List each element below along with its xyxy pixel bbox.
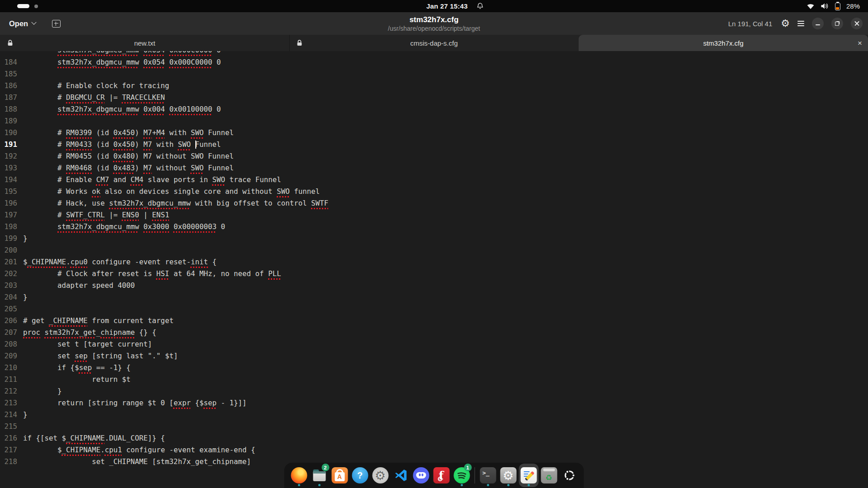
code-line[interactable]: 186 # Enable clock for tracing: [0, 80, 868, 92]
line-number: 185: [0, 68, 17, 80]
restore-button[interactable]: [831, 18, 843, 29]
new-tab-button[interactable]: [52, 20, 61, 28]
code-line[interactable]: 206# get _CHIPNAME from current target: [0, 315, 868, 327]
code-text: # get _CHIPNAME from current target: [17, 315, 174, 327]
lock-icon: [297, 40, 302, 47]
clock[interactable]: Jan 27 15:43: [426, 2, 468, 10]
code-line[interactable]: 194 # Enable CM7 and CM4 slave ports in …: [0, 174, 868, 186]
close-window-button[interactable]: [851, 18, 863, 29]
workspace-dot[interactable]: [34, 5, 38, 8]
settings-ring-icon[interactable]: ⚙: [370, 464, 390, 487]
chevron-down-icon: [32, 20, 37, 25]
code-line[interactable]: 214}: [0, 409, 868, 421]
tab-cmsis-dap-s-cfg[interactable]: cmsis-dap-s.cfg: [289, 35, 579, 51]
code-line[interactable]: 215: [0, 421, 868, 432]
code-line[interactable]: 195 # Works ok also on devices single co…: [0, 186, 868, 197]
vscode-icon[interactable]: [391, 464, 410, 487]
tab-label: new.txt: [134, 39, 156, 47]
code-text: # Clock after reset is HSI at 64 MHz, no…: [17, 268, 281, 280]
code-text: }: [17, 233, 28, 244]
code-line[interactable]: 192 # RM0455 (id 0x480) M7 without SWO F…: [0, 150, 868, 162]
workspace-active-pill[interactable]: [17, 4, 29, 8]
code-line[interactable]: 202 # Clock after reset is HSI at 64 MHz…: [0, 268, 868, 280]
code-line[interactable]: 210 if {$sep == -1} {: [0, 362, 868, 374]
open-button[interactable]: Open: [5, 17, 39, 31]
gear-icon[interactable]: ⚙: [781, 19, 790, 28]
code-line[interactable]: 212 }: [0, 385, 868, 397]
line-number: 208: [0, 338, 17, 350]
trash-icon[interactable]: ♻: [539, 464, 559, 487]
code-line[interactable]: 190 # RM0399 (id 0x450) M7+M4 with SWO F…: [0, 127, 868, 139]
firefox-icon[interactable]: [289, 464, 309, 487]
code-text: # Hack, use stm32h7x_dbgmcu_mmw with big…: [17, 197, 328, 209]
code-line[interactable]: 196 # Hack, use stm32h7x_dbgmcu_mmw with…: [0, 197, 868, 209]
code-line[interactable]: 183 stm32h7x_dbgmcu_mmw 0x054 0x000C0000…: [0, 51, 868, 56]
code-line[interactable]: 211 return $t: [0, 374, 868, 385]
notification-badge: 2: [321, 464, 329, 471]
code-line[interactable]: 216if {[set $_CHIPNAME.DUAL_CORE]} {: [0, 432, 868, 444]
system-top-bar: Jan 27 15:43 28%: [0, 0, 868, 12]
window-title-block: stm32h7x.cfg /usr/share/openocd/scripts/…: [388, 15, 480, 32]
code-line[interactable]: 199}: [0, 233, 868, 244]
line-number: 193: [0, 162, 17, 174]
tab-stm32h7x-cfg[interactable]: stm32h7x.cfg×: [579, 35, 868, 51]
code-line[interactable]: 213 return [string range $t 0 [expr {$se…: [0, 397, 868, 409]
code-line[interactable]: 185: [0, 68, 868, 80]
settings-gear-icon[interactable]: ⚙: [498, 464, 518, 487]
code-line[interactable]: 188 stm32h7x_dbgmcu_mmw 0x004 0x00100000…: [0, 103, 868, 115]
code-line[interactable]: 191 # RM0433 (id 0x450) M7 with SWO Funn…: [0, 139, 868, 150]
tab-close-button[interactable]: ×: [858, 39, 862, 47]
line-number: 211: [0, 374, 17, 385]
hamburger-menu-icon[interactable]: [797, 21, 804, 26]
code-line[interactable]: 200: [0, 244, 868, 256]
code-line[interactable]: 184 stm32h7x_dbgmcu_mmw 0x054 0x000C0000…: [0, 56, 868, 68]
code-line[interactable]: 189: [0, 115, 868, 127]
code-text: # RM0455 (id 0x480) M7 without SWO Funne…: [17, 150, 234, 162]
shop-icon[interactable]: A: [330, 464, 349, 487]
text-cursor: [195, 141, 196, 149]
help-icon[interactable]: ?: [350, 464, 370, 487]
tab-new-txt[interactable]: new.txt: [0, 35, 289, 51]
code-line[interactable]: 197 # SWTF_CTRL |= ENS0 | ENS1: [0, 209, 868, 221]
running-indicator-dot: [487, 484, 489, 486]
code-text: [17, 421, 23, 432]
code-line[interactable]: 208 set t [target current]: [0, 338, 868, 350]
code-line[interactable]: 207proc stm32h7x_get_chipname {} {: [0, 327, 868, 338]
code-text: [17, 303, 23, 315]
code-line[interactable]: 187 # DBGMCU_CR |= TRACECLKEN: [0, 92, 868, 103]
spotify-icon[interactable]: 1: [452, 464, 472, 487]
code-text: }: [17, 385, 62, 397]
code-line[interactable]: 198 stm32h7x_dbgmcu_mmw 0x3000 0x0000000…: [0, 221, 868, 233]
header-bar: Open stm32h7x.cfg /usr/share/openocd/scr…: [0, 12, 868, 35]
system-tray[interactable]: 28%: [807, 2, 860, 10]
code-text: # RM0399 (id 0x450) M7+M4 with SWO Funne…: [17, 127, 234, 139]
line-number: 184: [0, 56, 17, 68]
ubuntu-icon[interactable]: [559, 464, 579, 487]
volume-icon: [821, 3, 829, 9]
discord-icon[interactable]: [411, 464, 431, 487]
line-number: 201: [0, 256, 17, 268]
code-text: # RM0433 (id 0x450) M7 with SWO Funnel: [17, 139, 221, 150]
code-line[interactable]: 204}: [0, 291, 868, 303]
files-icon[interactable]: 2: [309, 464, 329, 487]
code-line[interactable]: 205: [0, 303, 868, 315]
code-text: adapter speed 4000: [17, 280, 135, 291]
flathub-icon[interactable]: f: [431, 464, 451, 487]
code-line[interactable]: 201$_CHIPNAME.cpu0 configure -event rese…: [0, 256, 868, 268]
minimize-button[interactable]: [812, 18, 824, 29]
workspace-indicator[interactable]: [17, 4, 38, 8]
bell-icon[interactable]: [476, 2, 484, 10]
text-editor-icon[interactable]: [519, 464, 538, 487]
tab-bar: new.txtcmsis-dap-s.cfgstm32h7x.cfg×: [0, 35, 868, 51]
code-line[interactable]: 217 $_CHIPNAME.cpu1 configure -event exa…: [0, 444, 868, 456]
code-text: return [string range $t 0 [expr {$sep - …: [17, 397, 247, 409]
code-line[interactable]: 193 # RM0468 (id 0x483) M7 without SWO F…: [0, 162, 868, 174]
cursor-position-indicator[interactable]: Ln 191, Col 41: [728, 20, 773, 28]
code-line[interactable]: 203 adapter speed 4000: [0, 280, 868, 291]
running-indicator-dot: [507, 484, 509, 486]
editor-content[interactable]: 183 stm32h7x_dbgmcu_mmw 0x054 0x000C0000…: [0, 51, 868, 488]
line-number: 192: [0, 150, 17, 162]
line-number: 199: [0, 233, 17, 244]
terminal-icon[interactable]: >_: [478, 464, 498, 487]
code-line[interactable]: 209 set sep [string last "." $t]: [0, 350, 868, 362]
